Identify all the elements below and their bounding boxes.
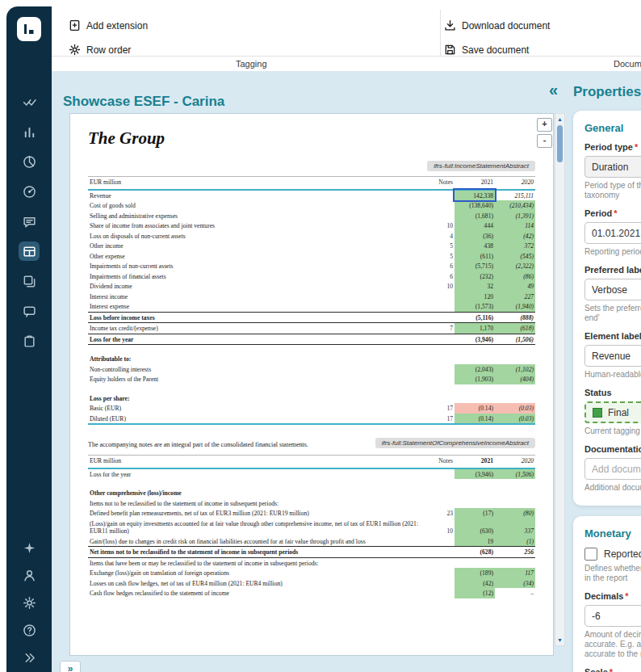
cell-2021[interactable]: (42) (455, 578, 495, 589)
cell-2021[interactable]: 444 (455, 220, 495, 231)
cell-2021[interactable]: 1,170 (455, 323, 495, 334)
cell-2021[interactable]: (17) (455, 508, 495, 519)
cell-2020[interactable]: (1,102) (495, 364, 535, 375)
scrollbar-thumb[interactable] (557, 125, 563, 162)
help-icon[interactable] (19, 620, 40, 640)
cell-2020[interactable]: (0.03) (495, 414, 535, 425)
cell-2020[interactable]: (210,434) (495, 200, 535, 211)
add-extension-button[interactable]: Add extension (69, 19, 148, 32)
decimals-input[interactable] (584, 605, 641, 627)
download-document-button[interactable]: Download document (444, 19, 550, 32)
comment-icon[interactable] (19, 212, 40, 231)
cell-2021[interactable]: (630) (455, 519, 495, 536)
gauge-icon[interactable] (19, 182, 40, 201)
cell-2020[interactable]: (34) (495, 578, 535, 589)
cell-2021[interactable]: (0.14) (455, 403, 495, 414)
cell-2020[interactable]: (1,506) (495, 334, 535, 345)
period-label: Period (584, 208, 612, 218)
zoom-out-button[interactable]: - (537, 134, 552, 148)
cell-2020[interactable]: (2,322) (495, 261, 535, 271)
element-label-input[interactable] (584, 345, 641, 367)
cell-2021[interactable]: (1,681) (455, 211, 495, 221)
preferred-label-input[interactable] (584, 279, 641, 300)
cell-2021[interactable]: (2,043) (455, 364, 495, 375)
reported-checkbox[interactable] (584, 548, 597, 561)
bar-chart-icon[interactable] (19, 122, 40, 141)
cell-2020[interactable]: (1,391) (495, 211, 535, 221)
cell-2020[interactable]: – (495, 588, 535, 598)
table-row: Basic (EUR)17(0.14)(0.03) (88, 403, 535, 414)
cell-2020[interactable]: 227 (495, 292, 535, 302)
cell-2021[interactable]: (5,116) (455, 312, 495, 323)
cell-2021[interactable]: (628) (455, 547, 495, 558)
cell-2021[interactable]: (138,640) (455, 200, 495, 211)
page-heading: The Group (88, 128, 535, 149)
table-row: Items not to be reclassified to the stat… (88, 498, 535, 509)
cell-2020[interactable]: 49 (495, 281, 535, 292)
user-icon[interactable] (19, 565, 40, 585)
settings-icon[interactable] (19, 593, 40, 612)
document-scrollbar[interactable]: ▲ ▼ (555, 113, 565, 646)
cell-2020[interactable]: 117 (495, 568, 535, 578)
cell-2021[interactable]: (3,946) (455, 468, 495, 480)
tagging-table-icon[interactable] (19, 242, 40, 261)
documentation-input[interactable] (584, 458, 641, 480)
cell-2021[interactable]: (0.14) (455, 414, 495, 425)
cell-2021[interactable]: 120 (455, 292, 495, 302)
cell-2020[interactable]: (404) (495, 374, 535, 384)
cell-2021[interactable]: (3,946) (455, 334, 495, 345)
cell-2021[interactable]: (1,903) (455, 374, 495, 384)
pie-chart-icon[interactable] (19, 152, 40, 171)
cell-2020[interactable]: 215,111 (495, 190, 535, 201)
row-notes (430, 374, 455, 384)
cell-2020[interactable]: (888) (495, 312, 535, 323)
cell-2020[interactable]: (1,940) (495, 301, 535, 312)
cell-2021[interactable]: 19 (455, 536, 495, 547)
cell-2021[interactable]: 32 (455, 281, 495, 292)
zoom-controls: + - (537, 118, 552, 148)
save-document-button[interactable]: Save document (444, 44, 529, 56)
cell-2021[interactable]: (12) (455, 588, 495, 598)
sparkle-icon[interactable] (19, 538, 40, 557)
xbrl-tag-comprehensive-income[interactable]: ifrs-full:StatementOfComprehensiveIncome… (375, 438, 535, 448)
table-row: Revenue142,338215,111 (88, 190, 535, 201)
cell-2020[interactable]: 337 (495, 519, 535, 536)
double-check-icon[interactable] (19, 92, 40, 111)
row-order-button[interactable]: Row order (69, 44, 131, 56)
cell-2020[interactable]: (80) (495, 508, 535, 519)
monetary-card: Monetary Reported Defines whether the fa… (573, 516, 641, 672)
cell-2020[interactable]: 256 (495, 547, 535, 558)
cell-2021[interactable]: (611) (455, 251, 495, 262)
zoom-in-button[interactable]: + (537, 118, 552, 132)
layers-icon[interactable] (19, 271, 40, 291)
selected-fact-cell[interactable]: 142,338 (455, 190, 495, 201)
cell-2021[interactable]: (36) (455, 231, 495, 242)
clipboard-icon[interactable] (19, 331, 40, 351)
cell-2020[interactable]: 114 (495, 220, 535, 231)
chat-icon[interactable] (19, 301, 40, 321)
cell-2020[interactable]: (1,506) (495, 468, 535, 480)
scroll-down-arrow[interactable]: ▼ (555, 637, 564, 643)
cell-2020[interactable]: (545) (495, 251, 535, 262)
cell-2021[interactable]: (1,573) (455, 301, 495, 312)
period-input[interactable] (584, 222, 641, 244)
cell-2021[interactable]: 438 (455, 241, 495, 251)
cell-2021[interactable]: (232) (455, 271, 495, 282)
cell-2021[interactable]: (189) (455, 568, 495, 578)
collapse-panel-icon[interactable]: « (549, 81, 558, 99)
cell-2020[interactable]: (618) (495, 323, 535, 334)
cell-2020[interactable]: (42) (495, 231, 535, 242)
cell-2020[interactable]: (86) (495, 271, 535, 282)
app-logo[interactable] (17, 17, 41, 41)
xbrl-tag-income-statement[interactable]: ifrs-full:IncomeStatementAbstract (427, 161, 535, 171)
cell-2020[interactable]: (1) (495, 536, 535, 547)
status-chip[interactable]: Final (584, 401, 641, 423)
double-chevron-icon[interactable] (19, 648, 40, 667)
cell-2020[interactable]: (0.03) (495, 403, 535, 414)
expand-panel-button[interactable]: » (60, 661, 81, 672)
period-type-input[interactable] (584, 156, 641, 178)
cell-2021[interactable]: (5,715) (455, 261, 495, 271)
scroll-up-arrow[interactable]: ▲ (555, 116, 564, 122)
add-extension-icon (69, 19, 81, 32)
cell-2020[interactable]: 372 (495, 241, 535, 251)
